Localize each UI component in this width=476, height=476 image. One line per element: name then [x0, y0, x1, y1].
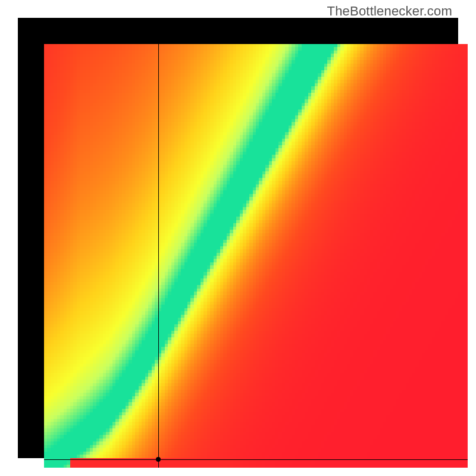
chart-outer-frame: [18, 18, 458, 458]
heatmap-plot-area: [44, 44, 468, 468]
marker-dot: [156, 457, 161, 462]
crosshair-horizontal: [44, 459, 468, 460]
chart-container: TheBottlenecker.com: [0, 0, 476, 476]
watermark-text: TheBottlenecker.com: [327, 4, 452, 19]
heatmap-canvas: [44, 44, 468, 468]
crosshair-vertical: [158, 44, 159, 468]
